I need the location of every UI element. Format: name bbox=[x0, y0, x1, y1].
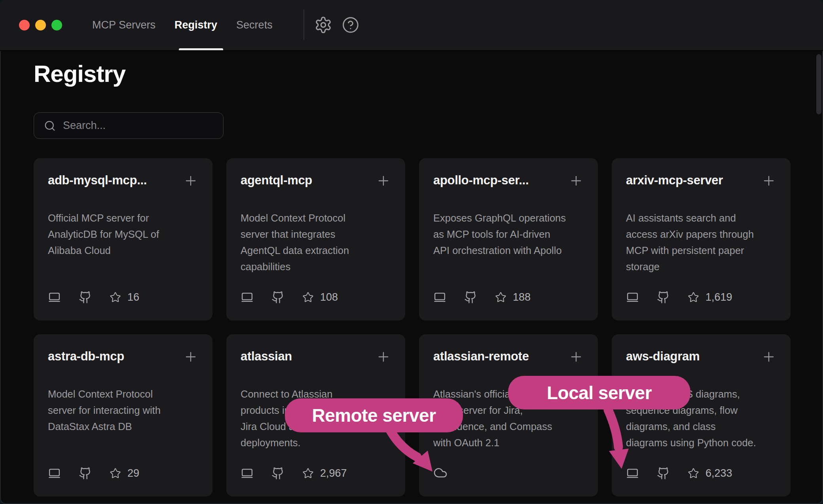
card-footer: 1,619 bbox=[626, 291, 732, 304]
stars-count: 6,233 bbox=[705, 467, 732, 479]
server-description: AI assistants search and access arXiv pa… bbox=[626, 210, 776, 275]
card-footer: 2,967 bbox=[241, 467, 347, 480]
server-name: atlassian-remote bbox=[433, 349, 529, 364]
laptop-icon bbox=[241, 291, 254, 304]
server-name: aws-diagram bbox=[626, 349, 700, 364]
laptop-icon bbox=[433, 291, 446, 304]
app-window: MCP ServersRegistrySecrets Registry adb-… bbox=[0, 0, 823, 504]
github-icon bbox=[657, 291, 670, 304]
github-stars: 1,619 bbox=[688, 291, 732, 303]
card-footer: 16 bbox=[48, 291, 139, 304]
server-card[interactable]: apollo-mcp-ser...Exposes GraphQL operati… bbox=[419, 158, 598, 320]
github-stars: 2,967 bbox=[302, 467, 347, 479]
add-server-button[interactable] bbox=[183, 173, 198, 189]
star-icon bbox=[302, 468, 314, 479]
star-icon bbox=[110, 468, 121, 479]
card-header: atlassian-remote bbox=[433, 349, 584, 366]
close-button[interactable] bbox=[19, 20, 30, 30]
cloud-icon bbox=[433, 466, 448, 480]
star-icon bbox=[302, 292, 314, 303]
github-icon bbox=[271, 291, 284, 304]
local-server-badge: Local server bbox=[508, 376, 690, 409]
help-icon bbox=[342, 16, 359, 34]
laptop-icon bbox=[626, 467, 639, 480]
search-input[interactable] bbox=[62, 119, 215, 132]
tab-secrets[interactable]: Secrets bbox=[236, 19, 273, 31]
titlebar: MCP ServersRegistrySecrets bbox=[0, 0, 823, 51]
star-icon bbox=[688, 468, 699, 479]
settings-button[interactable] bbox=[314, 16, 332, 35]
plus-icon bbox=[569, 349, 584, 364]
server-card[interactable]: agentql-mcpModel Context Protocol server… bbox=[226, 158, 405, 320]
add-server-button[interactable] bbox=[761, 349, 776, 366]
server-description: Official MCP server for AnalyticDB for M… bbox=[48, 210, 198, 259]
add-server-button[interactable] bbox=[569, 173, 584, 189]
scrollbar-thumb[interactable] bbox=[816, 54, 821, 114]
server-card[interactable]: astra-db-mcpModel Context Protocol serve… bbox=[34, 334, 212, 496]
active-tab-underline bbox=[179, 48, 223, 50]
card-footer: 188 bbox=[433, 291, 531, 304]
add-server-button[interactable] bbox=[761, 173, 776, 189]
star-icon bbox=[688, 468, 699, 479]
tab-registry[interactable]: Registry bbox=[174, 19, 217, 31]
server-card-grid: adb-mysql-mcp...Official MCP server for … bbox=[34, 158, 791, 496]
traffic-lights bbox=[19, 20, 62, 30]
star-icon bbox=[110, 468, 121, 479]
plus-icon bbox=[183, 173, 198, 188]
server-name: agentql-mcp bbox=[241, 172, 312, 188]
card-footer bbox=[433, 466, 448, 480]
laptop-icon bbox=[241, 467, 254, 480]
stars-count: 29 bbox=[127, 467, 139, 479]
server-name: adb-mysql-mcp... bbox=[48, 172, 147, 188]
server-description: Model Context Protocol server that integ… bbox=[241, 210, 391, 275]
star-icon bbox=[688, 292, 699, 303]
card-header: arxiv-mcp-server bbox=[626, 172, 776, 189]
add-server-button[interactable] bbox=[183, 349, 198, 366]
stars-count: 16 bbox=[127, 291, 139, 303]
add-server-button[interactable] bbox=[376, 173, 391, 189]
stars-count: 108 bbox=[320, 291, 338, 303]
plus-icon bbox=[376, 349, 391, 364]
card-header: adb-mysql-mcp... bbox=[48, 172, 198, 189]
page-title: Registry bbox=[34, 60, 125, 87]
server-card[interactable]: arxiv-mcp-serverAI assistants search and… bbox=[612, 158, 791, 320]
star-icon bbox=[110, 292, 121, 303]
github-icon bbox=[79, 291, 92, 304]
gear-icon bbox=[314, 16, 332, 34]
card-footer: 29 bbox=[48, 467, 139, 480]
tab-mcp-servers[interactable]: MCP Servers bbox=[92, 19, 155, 31]
card-header: apollo-mcp-ser... bbox=[433, 172, 584, 189]
star-icon bbox=[302, 468, 314, 479]
add-server-button[interactable] bbox=[376, 349, 391, 366]
laptop-icon bbox=[48, 291, 61, 304]
minimize-button[interactable] bbox=[35, 20, 46, 30]
stars-count: 2,967 bbox=[320, 467, 347, 479]
card-header: atlassian bbox=[241, 349, 391, 366]
plus-icon bbox=[376, 173, 391, 188]
card-header: astra-db-mcp bbox=[48, 349, 198, 366]
github-icon bbox=[657, 291, 670, 304]
card-footer: 6,233 bbox=[626, 467, 732, 480]
github-stars: 29 bbox=[110, 467, 139, 479]
server-description: Exposes GraphQL operations as MCP tools … bbox=[433, 210, 584, 259]
server-card[interactable]: aws-diagramGenerate AWS diagrams, sequen… bbox=[612, 334, 791, 496]
laptop-icon bbox=[48, 467, 61, 480]
plus-icon bbox=[183, 349, 198, 364]
add-server-button[interactable] bbox=[569, 349, 584, 366]
stars-count: 1,619 bbox=[705, 291, 732, 303]
card-footer: 108 bbox=[241, 291, 338, 304]
cloud-icon bbox=[433, 466, 448, 480]
star-icon bbox=[495, 292, 506, 303]
github-stars: 16 bbox=[110, 291, 139, 303]
github-icon bbox=[271, 291, 284, 304]
search-box[interactable] bbox=[34, 112, 224, 139]
server-name: atlassian bbox=[241, 349, 292, 364]
server-description: Model Context Protocol server for intera… bbox=[48, 386, 198, 435]
zoom-button[interactable] bbox=[51, 20, 62, 30]
github-stars: 108 bbox=[302, 291, 338, 303]
server-card[interactable]: adb-mysql-mcp...Official MCP server for … bbox=[34, 158, 212, 320]
github-stars: 188 bbox=[495, 291, 531, 303]
github-icon bbox=[657, 467, 670, 480]
help-button[interactable] bbox=[342, 16, 359, 35]
remote-server-badge: Remote server bbox=[285, 398, 463, 432]
